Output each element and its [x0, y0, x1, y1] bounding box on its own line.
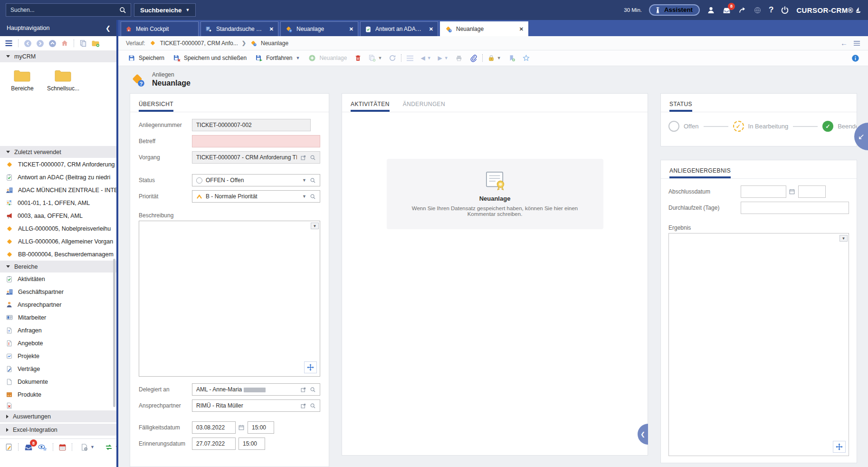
lookup-search-icon[interactable]: [310, 403, 316, 409]
sidebar-item-angebote[interactable]: ! Angebote: [0, 337, 116, 350]
tab-aktivitaeten[interactable]: AKTIVITÄTEN: [351, 101, 390, 112]
lock-button[interactable]: ▼: [485, 52, 504, 64]
sidebar-item-vertraege[interactable]: Verträge: [0, 362, 116, 375]
delegiert-field[interactable]: AML - Anne-Maria: [192, 383, 320, 396]
save-close-button[interactable]: Speichern und schließen: [169, 52, 250, 64]
inbox-button[interactable]: 8: [722, 6, 731, 14]
sidebar-item-projekte[interactable]: Projekte: [0, 350, 116, 362]
sidebar-item-anfragen[interactable]: ? Anfragen: [0, 324, 116, 337]
assistant-button[interactable]: Assistent: [649, 4, 700, 16]
recent-item-allg5[interactable]: ALLG-0000005, Nobelpreisverleihu: [0, 222, 116, 235]
ergebnis-editor[interactable]: ▼: [668, 233, 849, 456]
menu-icon[interactable]: [5, 40, 13, 47]
power-icon[interactable]: [781, 6, 789, 14]
recent-item-business-partner[interactable]: ADAC MÜNCHEN ZENTRALE - INTE: [0, 184, 116, 196]
sidebar-item-geschaeftspartner[interactable]: Geschäftspartner: [0, 285, 116, 298]
sidebar-item-aktivitaeten[interactable]: Aktivitäten: [0, 272, 116, 285]
tab-antwort-adac[interactable]: Antwort an ADAC (B... ✕: [360, 21, 438, 36]
close-icon[interactable]: ✕: [429, 26, 433, 32]
open-external-icon[interactable]: [300, 403, 306, 409]
status-combo[interactable]: OFFEN - Offen ▼: [192, 174, 320, 186]
history-back-icon[interactable]: ←: [840, 39, 848, 47]
menu-icon[interactable]: [853, 40, 860, 46]
sidebar-item-clipped[interactable]: [0, 401, 116, 410]
folder-add-icon[interactable]: [91, 39, 100, 47]
section-excel[interactable]: Excel-Integration: [0, 424, 116, 436]
chevron-down-icon[interactable]: ▼: [839, 235, 848, 242]
help-button[interactable]: ?: [769, 5, 773, 15]
beschreibung-editor[interactable]: ▼: [139, 221, 320, 377]
section-recent[interactable]: Zuletzt verwendet: [0, 146, 116, 158]
move-resize-button[interactable]: [833, 441, 846, 453]
home-icon[interactable]: [61, 39, 68, 47]
next-record-button[interactable]: ▶ ▼: [435, 52, 451, 64]
chevron-down-icon[interactable]: ▼: [378, 56, 382, 60]
favorite-star-button[interactable]: [519, 52, 533, 64]
new-record-button[interactable]: Neuanlage: [305, 52, 351, 64]
faelligkeit-time-input[interactable]: 15:00: [248, 421, 274, 434]
breadcrumb-item-ticket[interactable]: TICKET-0000007, CRM Anfo...: [160, 40, 238, 47]
nav-forward-icon[interactable]: [36, 39, 44, 48]
document-settings-button[interactable]: ▼: [77, 441, 97, 454]
bookmark-add-button[interactable]: [505, 52, 518, 64]
tab-status[interactable]: STATUS: [669, 101, 692, 112]
open-external-icon[interactable]: [300, 387, 306, 393]
sidebar-item-dokumente[interactable]: Dokumente: [0, 375, 116, 388]
sidebar-item-produkte[interactable]: Produkte: [0, 388, 116, 401]
nav-up-icon[interactable]: [48, 39, 57, 48]
clipboard-pen-icon[interactable]: [5, 443, 13, 451]
prioritaet-combo[interactable]: B - Normale Priorität ▼: [192, 190, 320, 203]
print-button[interactable]: [452, 52, 466, 64]
section-auswertungen[interactable]: Auswertungen: [0, 410, 116, 422]
copy-record-button[interactable]: ▼: [365, 52, 385, 64]
recent-item-sliders[interactable]: 0001-01, 1-1, OFFEN, AML: [0, 196, 116, 209]
user-button[interactable]: [707, 6, 715, 14]
section-mycrm[interactable]: myCRM: [0, 50, 116, 62]
delete-button[interactable]: [352, 52, 364, 64]
open-external-icon[interactable]: [300, 155, 306, 161]
chevron-down-icon[interactable]: ▼: [444, 56, 448, 60]
tab-mein-cockpit[interactable]: Mein Cockpit: [121, 21, 199, 36]
list-menu-button[interactable]: [403, 53, 417, 64]
collapse-panel-handle[interactable]: ❮: [638, 424, 648, 445]
sidebar-scrollbar[interactable]: [113, 259, 115, 407]
tab-anliegenergebnis[interactable]: ANLIEGENERGEBNIS: [669, 167, 731, 178]
recent-item-campaign[interactable]: 0003, aaa, OFFEN, AML: [0, 209, 116, 222]
erinnerung-time-input[interactable]: 15:00: [238, 438, 265, 450]
chevron-down-icon[interactable]: ▼: [296, 56, 300, 60]
lookup-search-icon[interactable]: [310, 177, 316, 184]
chevron-down-icon[interactable]: ▼: [311, 223, 319, 229]
collapse-sidebar-icon[interactable]: ❮: [105, 25, 111, 32]
lookup-search-icon[interactable]: [310, 387, 316, 393]
tab-aenderungen[interactable]: ÄNDERUNGEN: [403, 101, 445, 112]
sidebar-item-ansprechpartner[interactable]: Ansprechpartner: [0, 298, 116, 311]
sync-button[interactable]: ▼: [102, 441, 116, 453]
info-button[interactable]: [849, 52, 862, 65]
betreff-field[interactable]: [192, 135, 320, 147]
chevron-down-icon[interactable]: ▼: [497, 56, 501, 60]
sidebar-item-mitarbeiter[interactable]: Mitarbeiter: [0, 311, 116, 324]
folder-bereiche[interactable]: Bereiche: [8, 68, 37, 109]
section-areas[interactable]: Bereiche: [0, 261, 116, 272]
lookup-search-icon[interactable]: [310, 155, 316, 161]
chevron-down-icon[interactable]: ▼: [302, 178, 306, 183]
copy-icon[interactable]: [79, 39, 87, 47]
tab-standardsuche[interactable]: Standardsuche Gesc... ✕: [200, 21, 278, 36]
recent-item-allg6[interactable]: ALLG-0000006, Allgemeiner Vorgan: [0, 235, 116, 248]
close-icon[interactable]: ✕: [349, 26, 353, 32]
close-icon[interactable]: ✕: [269, 26, 274, 32]
calendar-icon[interactable]: [58, 443, 67, 451]
abschlussdatum-date-input[interactable]: [741, 185, 786, 198]
global-search[interactable]: [6, 3, 131, 17]
tab-uebersicht[interactable]: ÜBERSICHT: [139, 101, 173, 112]
prev-record-button[interactable]: ◀ ▼: [418, 52, 434, 64]
nav-back-icon[interactable]: [24, 39, 32, 48]
calendar-icon[interactable]: [238, 424, 245, 431]
search-icon[interactable]: [119, 7, 126, 14]
tab-neuanlage-1[interactable]: ? Neuanlage ✕: [280, 21, 358, 36]
close-icon[interactable]: ✕: [519, 26, 524, 32]
recent-item-bb[interactable]: BB-0000004, Beschwerdemanagem: [0, 248, 116, 261]
calendar-icon[interactable]: [789, 188, 795, 195]
attachment-button[interactable]: [467, 52, 480, 65]
lookup-search-icon[interactable]: [310, 194, 316, 200]
